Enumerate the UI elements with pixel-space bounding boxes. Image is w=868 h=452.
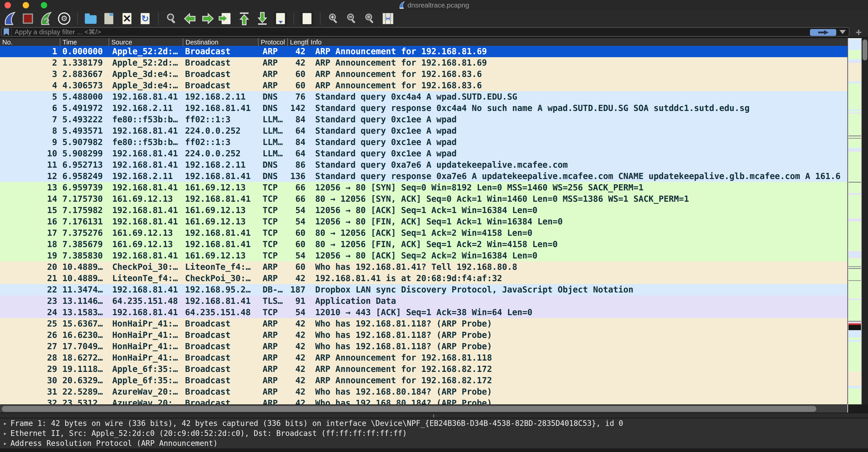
packet-row-4[interactable]: 44.306573Apple_3d:e4:…BroadcastARP60ARP …: [0, 80, 847, 91]
close-file-icon[interactable]: ✕: [120, 11, 133, 26]
zoom-in-icon[interactable]: +: [327, 11, 340, 26]
cell-info: Application Data: [308, 295, 847, 307]
column-header-no[interactable]: No.: [0, 38, 60, 46]
cell-time: 13.1583…: [60, 307, 108, 318]
display-filter-input[interactable]: Apply a display filter ... <⌘/>: [1, 27, 849, 36]
packet-row-2[interactable]: 21.338179Apple_52:2d:…BroadcastARP42ARP …: [0, 57, 847, 68]
cell-info: 80 → 12056 [ACK] Seq=1 Ack=2 Win=4158 Le…: [308, 227, 847, 239]
capture-options-gear-icon[interactable]: ⚙: [58, 11, 71, 26]
divider: [11, 28, 12, 36]
packet-row-3[interactable]: 32.883667Apple_3d:e4:…BroadcastARP60ARP …: [0, 68, 847, 80]
column-header-protocol[interactable]: Protocol: [258, 38, 287, 46]
packet-row-17[interactable]: 177.375276161.69.12.13192.168.81.41TCP60…: [0, 227, 847, 239]
packet-row-22[interactable]: 2211.3474…192.168.81.41192.168.95.2…DB-……: [0, 284, 847, 295]
detail-row-1[interactable]: ▸Frame 1: 42 bytes on wire (336 bits), 4…: [0, 418, 868, 428]
packet-row-32[interactable]: 3223.5312…AzureWav_20:…BroadcastARP42Who…: [0, 398, 847, 404]
packet-row-21[interactable]: 2110.4889…LiteonTe_f4:…CheckPoi_30:…ARP4…: [0, 273, 847, 284]
cell-src: Apple_6f:35:…: [108, 375, 183, 386]
apply-filter-button[interactable]: [810, 29, 836, 36]
restart-capture-fin-icon[interactable]: [39, 11, 53, 26]
packet-row-6[interactable]: 65.491972192.168.2.11192.168.81.41DNS142…: [0, 103, 847, 114]
packet-row-30[interactable]: 3020.6329…Apple_6f:35:…BroadcastARP42ARP…: [0, 375, 847, 386]
cell-info: ARP Announcement for 192.168.81.69: [308, 57, 847, 68]
column-header-destination[interactable]: Destination: [183, 38, 258, 46]
packet-row-27[interactable]: 2717.7049…HonHaiPr_41:…BroadcastARP42Who…: [0, 341, 847, 352]
zoom-out-icon[interactable]: −: [345, 11, 358, 26]
auto-scroll-icon[interactable]: [274, 11, 287, 26]
cell-no: 25: [0, 318, 60, 330]
cell-no: 12: [0, 171, 60, 182]
reload-file-icon[interactable]: ↻: [138, 11, 152, 26]
go-first-packet-icon[interactable]: [238, 11, 251, 26]
packet-row-12[interactable]: 126.958249192.168.2.11192.168.81.41DNS13…: [0, 171, 847, 182]
packet-row-31[interactable]: 3122.5289…AzureWav_20:…BroadcastARP42Who…: [0, 386, 847, 398]
cell-time: 20.6329…: [60, 375, 108, 386]
filter-dropdown-caret-icon[interactable]: [839, 30, 846, 34]
packet-row-25[interactable]: 2515.6367…HonHaiPr_41:…BroadcastARP42Who…: [0, 318, 847, 330]
detail-row-2[interactable]: ▸Ethernet II, Src: Apple_52:2d:c0 (20:c9…: [0, 428, 868, 439]
packet-row-16[interactable]: 167.176131192.168.81.41161.69.12.13TCP54…: [0, 216, 847, 227]
column-header-time[interactable]: Time: [60, 38, 108, 46]
go-back-icon[interactable]: [183, 11, 196, 26]
detail-row-3[interactable]: ▸Address Resolution Protocol (ARP Announ…: [0, 439, 868, 448]
minimap-stripe: [848, 193, 861, 195]
packet-row-24[interactable]: 2413.1583…192.168.81.4164.235.151.48TCP5…: [0, 307, 847, 318]
vertical-scrollbar-thumb[interactable]: [863, 39, 867, 60]
column-header-info[interactable]: Info: [308, 38, 847, 46]
packet-row-10[interactable]: 105.908299192.168.81.41224.0.0.252LLM…64…: [0, 148, 847, 159]
cell-info: Who has 192.168.81.118? (ARP Probe): [308, 341, 847, 352]
packet-row-11[interactable]: 116.952713192.168.81.41192.168.2.11DNS86…: [0, 159, 847, 171]
packet-minimap-scrollbar[interactable]: [848, 38, 862, 404]
cell-time: 5.908299: [60, 148, 108, 159]
start-capture-fin-icon[interactable]: [3, 11, 16, 26]
packet-row-23[interactable]: 2313.1146…64.235.151.48192.168.81.41TLS……: [0, 295, 847, 307]
cell-dst: 192.168.2.11: [183, 91, 258, 103]
vertical-scrollbar[interactable]: [862, 38, 868, 404]
cell-time: 15.6367…: [60, 318, 108, 330]
packet-row-26[interactable]: 2616.6230…HonHaiPr_41:…BroadcastARP42Who…: [0, 330, 847, 341]
packet-row-15[interactable]: 157.175982192.168.81.41161.69.12.13TCP54…: [0, 205, 847, 216]
horizontal-scrollbar-thumb[interactable]: [2, 406, 816, 412]
find-packet-icon[interactable]: [165, 11, 178, 26]
filter-bookmark-icon[interactable]: [4, 28, 9, 36]
minimap-stripe: [848, 114, 861, 136]
packet-row-13[interactable]: 136.959739192.168.81.41161.69.12.13TCP66…: [0, 182, 847, 193]
cell-no: 9: [0, 137, 60, 148]
zoom-original-icon[interactable]: =: [363, 11, 376, 26]
packet-row-28[interactable]: 2818.6272…HonHaiPr_41:…BroadcastARP42ARP…: [0, 352, 847, 364]
expand-arrow-icon[interactable]: ▸: [0, 439, 10, 448]
pane-splitter[interactable]: [0, 413, 868, 418]
splitter-grip[interactable]: [433, 414, 434, 418]
cell-proto: ARP: [258, 386, 287, 398]
minimize-window-button[interactable]: [23, 2, 29, 8]
packet-row-14[interactable]: 147.175730161.69.12.13192.168.81.41TCP66…: [0, 193, 847, 205]
packet-row-9[interactable]: 95.907982fe80::f53b:b…ff02::1:3LLM…84Sta…: [0, 137, 847, 148]
packet-row-19[interactable]: 197.385830192.168.81.41161.69.12.13TCP54…: [0, 250, 847, 261]
resize-columns-icon[interactable]: [381, 11, 395, 26]
packet-row-8[interactable]: 85.493571192.168.81.41224.0.0.252LLM…64S…: [0, 125, 847, 137]
zoom-window-button[interactable]: [41, 2, 47, 8]
go-forward-icon[interactable]: [202, 11, 215, 26]
packet-row-29[interactable]: 2919.1118…Apple_6f:35:…BroadcastARP42ARP…: [0, 364, 847, 375]
colorize-packets-icon[interactable]: [301, 11, 314, 26]
save-file-icon[interactable]: [102, 11, 116, 26]
go-to-packet-icon[interactable]: [219, 11, 232, 26]
open-file-folder-icon[interactable]: [84, 11, 97, 26]
cell-no: 29: [0, 364, 60, 375]
add-filter-button[interactable]: +: [853, 27, 864, 37]
packet-row-1[interactable]: 10.000000Apple_52:2d:…BroadcastARP42ARP …: [0, 46, 847, 57]
column-header-length[interactable]: Length: [287, 38, 308, 46]
go-last-packet-icon[interactable]: [256, 11, 269, 26]
packet-row-7[interactable]: 75.493222fe80::f53b:b…ff02::1:3LLM…84Sta…: [0, 114, 847, 125]
expand-arrow-icon[interactable]: ▸: [0, 428, 10, 439]
packet-row-20[interactable]: 2010.4889…CheckPoi_30:…LiteonTe_f4:…ARP6…: [0, 261, 847, 273]
packet-row-18[interactable]: 187.385679161.69.12.13192.168.81.41TCP60…: [0, 239, 847, 250]
packet-row-5[interactable]: 55.488000192.168.81.41192.168.2.11DNS76S…: [0, 91, 847, 103]
expand-arrow-icon[interactable]: ▸: [0, 418, 10, 428]
stop-capture-icon[interactable]: [21, 11, 34, 26]
close-window-button[interactable]: [4, 2, 11, 8]
column-header-source[interactable]: Source: [108, 38, 183, 46]
horizontal-scrollbar[interactable]: [0, 404, 847, 413]
apply-arrow-icon: [816, 30, 830, 35]
cell-src: 192.168.81.41: [108, 148, 183, 159]
